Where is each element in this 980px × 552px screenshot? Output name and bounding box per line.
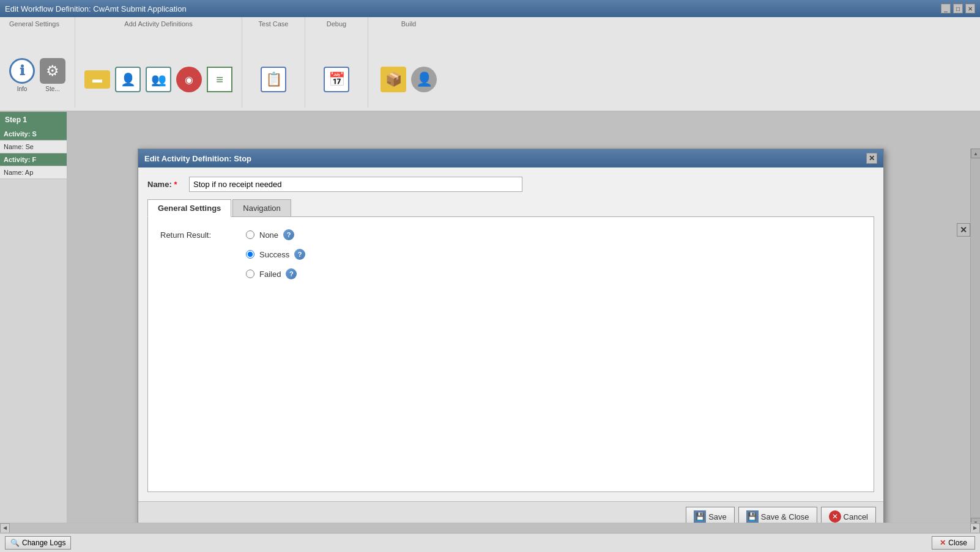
build-icons: 📦 👤 — [380, 67, 437, 92]
info-circle-icon: ℹ — [9, 58, 35, 84]
person-icon-1: 👤 — [115, 67, 141, 92]
dialog-title-bar: Edit Activity Definition: Stop ✕ — [138, 149, 883, 167]
work-area: ✕ ▲ ▼ Edit Activity Definition: Stop ✕ — [67, 112, 980, 523]
return-result-label: Return Result: — [160, 229, 234, 240]
activity-item-2-header: Activity: F — [0, 153, 67, 166]
build-person-icon: 👤 — [411, 67, 437, 92]
radio-failed-label: Failed — [259, 270, 281, 279]
settings-label: Ste... — [45, 86, 59, 92]
toolbar-test-case-icon[interactable]: 📋 — [261, 67, 286, 92]
toolbar-build: Build 📦 👤 — [368, 17, 449, 108]
tab-general-settings[interactable]: General Settings — [147, 199, 231, 217]
activity-item-2-name: Name: Ap — [0, 166, 67, 179]
activity-item-1-name: Name: Se — [0, 141, 67, 153]
toolbar-activity-4[interactable]: ◉ — [176, 67, 202, 92]
bottom-bar: 🔍 Change Logs ✕ Close — [0, 532, 980, 552]
toolbar-add-activity: Add Activity Definitions ▬ 👤 👥 ◉ ≡ — [75, 17, 242, 108]
toolbar-activity-1[interactable]: ▬ — [84, 70, 110, 89]
toolbar-test-case: Test Case 📋 — [242, 17, 305, 108]
test-case-calendar-icon: 📋 — [261, 67, 286, 92]
scroll-right-arrow[interactable]: ▶ — [970, 523, 980, 533]
close-button[interactable]: ✕ Close — [932, 536, 975, 550]
dialog-footer: 💾 Save 💾 Save & Close ✕ Cancel — [138, 501, 883, 523]
required-indicator: * — [174, 180, 177, 189]
dialog-title: Edit Activity Definition: Stop — [144, 154, 251, 163]
general-settings-icons: ℹ Info ⚙ Ste... — [9, 58, 65, 92]
toolbar-activity-3[interactable]: 👥 — [146, 67, 171, 92]
toolbar-group-title-general: General Settings — [9, 20, 59, 28]
radio-failed[interactable] — [246, 270, 254, 278]
close-red-icon: ✕ — [940, 539, 946, 547]
test-case-title: Test Case — [259, 20, 289, 28]
save-button[interactable]: 💾 Save — [686, 507, 735, 523]
list-icon: ≡ — [207, 67, 232, 92]
help-icon-failed[interactable]: ? — [286, 268, 297, 279]
dialog-body: Name: * General Settings Navigation — [138, 167, 883, 501]
save-icon: 💾 — [694, 510, 706, 523]
radio-row-failed: Failed ? — [246, 268, 305, 279]
debug-icon: 📅 — [324, 67, 349, 92]
main-content: Step 1 Activity: S Name: Se Activity: F … — [0, 112, 980, 523]
close-window-button[interactable]: ✕ — [965, 4, 975, 13]
dialog-tabs: General Settings Navigation — [147, 199, 874, 217]
return-result-section: Return Result: None ? — [160, 229, 861, 279]
radio-success[interactable] — [246, 250, 254, 259]
toolbar-settings-icon[interactable]: ⚙ Ste... — [40, 58, 65, 92]
radio-success-label: Success — [259, 250, 289, 259]
step-header: Step 1 — [0, 112, 67, 128]
toolbar: General Settings ℹ Info ⚙ Ste... Add Act… — [0, 17, 980, 112]
title-controls: _ □ ✕ — [941, 4, 975, 13]
save-close-label: Save & Close — [761, 512, 809, 521]
info-label: Info — [17, 86, 28, 92]
toolbar-debug: Debug 📅 — [305, 17, 368, 108]
tab-content-general: Return Result: None ? — [147, 217, 874, 492]
build-title: Build — [401, 20, 416, 28]
red-circle-icon: ◉ — [176, 67, 202, 92]
dialog-close-button[interactable]: ✕ — [866, 153, 877, 164]
area-close-button[interactable]: ✕ — [957, 223, 970, 237]
toolbar-info-icon[interactable]: ℹ Info — [9, 58, 35, 92]
toolbar-build-person-icon[interactable]: 👤 — [411, 67, 437, 92]
radio-row-none: None ? — [246, 229, 305, 240]
save-close-button[interactable]: 💾 Save & Close — [738, 507, 817, 523]
build-box-icon: 📦 — [380, 67, 406, 92]
cancel-icon: ✕ — [829, 510, 841, 523]
name-row: Name: * — [147, 177, 874, 192]
debug-title: Debug — [327, 20, 346, 28]
help-icon-success[interactable]: ? — [294, 249, 305, 260]
close-label: Close — [948, 539, 967, 547]
change-logs-label: Change Logs — [22, 539, 65, 547]
title-bar: Edit Workflow Definition: CwAmt Submit A… — [0, 0, 980, 17]
radio-none-label: None — [259, 230, 278, 240]
radio-group: None ? Success ? — [246, 229, 305, 279]
tab-navigation[interactable]: Navigation — [232, 199, 291, 216]
person-icon-2: 👥 — [146, 67, 171, 92]
save-close-icon: 💾 — [746, 510, 759, 523]
left-panel: Step 1 Activity: S Name: Se Activity: F … — [0, 112, 67, 523]
name-label: Name: * — [147, 180, 184, 189]
search-icon: 🔍 — [10, 539, 20, 547]
cancel-button[interactable]: ✕ Cancel — [821, 507, 876, 523]
save-label: Save — [708, 512, 727, 521]
add-activity-title: Add Activity Definitions — [124, 20, 192, 28]
activity-name-input[interactable] — [189, 177, 522, 192]
cancel-label: Cancel — [844, 512, 868, 521]
radio-row-success: Success ? — [246, 249, 305, 260]
maximize-button[interactable]: □ — [953, 4, 963, 13]
help-icon-none[interactable]: ? — [283, 229, 294, 240]
change-logs-button[interactable]: 🔍 Change Logs — [5, 536, 71, 550]
app-window: Edit Workflow Definition: CwAmt Submit A… — [0, 0, 980, 552]
toolbar-general-settings: ℹ Info ⚙ Ste... — [0, 17, 75, 108]
toolbar-activity-5[interactable]: ≡ — [207, 67, 232, 92]
scroll-left-arrow[interactable]: ◀ — [0, 523, 10, 533]
edit-activity-dialog: Edit Activity Definition: Stop ✕ Name: * — [138, 149, 884, 523]
h-scroll-track — [10, 523, 970, 532]
minimize-button[interactable]: _ — [941, 4, 951, 13]
toolbar-build-icon[interactable]: 📦 — [380, 67, 406, 92]
toolbar-activity-2[interactable]: 👤 — [115, 67, 141, 92]
radio-none[interactable] — [246, 230, 254, 239]
toolbar-debug-icon[interactable]: 📅 — [324, 67, 349, 92]
yellow-rect-icon: ▬ — [84, 70, 110, 89]
horizontal-scrollbar: ◀ ▶ — [0, 523, 980, 532]
add-activity-icons: ▬ 👤 👥 ◉ ≡ — [84, 67, 232, 92]
